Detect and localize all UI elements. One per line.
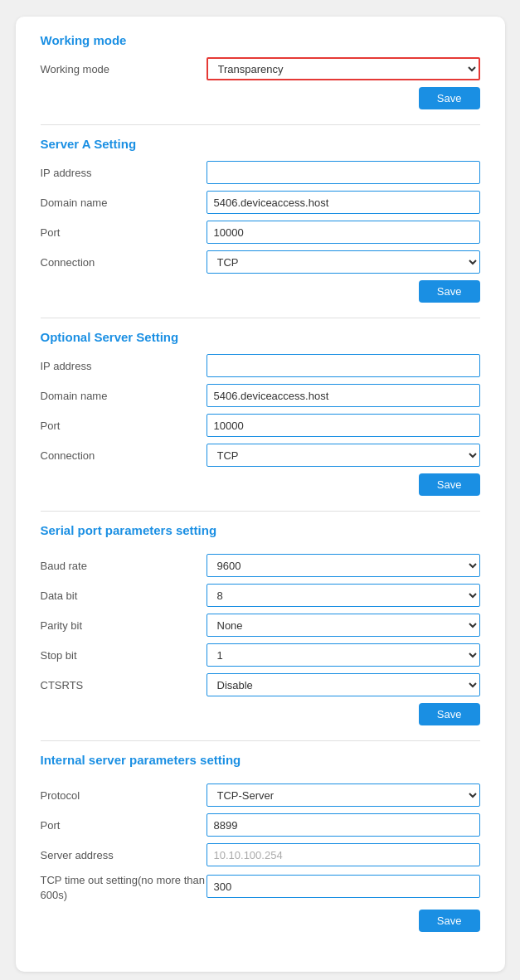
- server-a-connection-label: Connection: [41, 256, 207, 269]
- server-a-port-label: Port: [41, 226, 207, 239]
- serial-port-title: Serial port parameters setting: [41, 523, 480, 537]
- server-a-connection-row: Connection TCP UDP: [41, 250, 480, 274]
- internal-tcp-timeout-label: TCP time out setting(no more than 600s): [41, 873, 207, 903]
- serial-data-label: Data bit: [41, 589, 207, 602]
- internal-server-address-row: Server address: [41, 843, 480, 866]
- internal-port-input[interactable]: [207, 813, 480, 837]
- server-a-ip-input[interactable]: [207, 161, 480, 184]
- internal-tcp-timeout-row: TCP time out setting(no more than 600s): [41, 873, 480, 903]
- working-mode-save-row: Save: [41, 87, 480, 109]
- optional-server-port-input[interactable]: [207, 414, 480, 437]
- serial-port-section: Serial port parameters setting Baud rate…: [41, 523, 480, 725]
- working-mode-title: Working mode: [41, 33, 480, 47]
- server-a-domain-label: Domain name: [41, 196, 207, 209]
- optional-server-port-label: Port: [41, 420, 207, 432]
- serial-ctsrts-row: CTSRTS Disable Enable: [41, 673, 480, 696]
- server-a-domain-input[interactable]: [207, 191, 480, 214]
- working-mode-row: Working mode Transparency UDP TCP-Client…: [41, 57, 480, 80]
- divider-3: [41, 511, 480, 512]
- serial-data-select[interactable]: 8 7 6 5: [207, 584, 480, 607]
- working-mode-save-button[interactable]: Save: [419, 87, 480, 109]
- internal-port-row: Port: [41, 813, 480, 837]
- optional-server-title: Optional Server Setting: [41, 330, 480, 344]
- optional-server-port-row: Port: [41, 414, 480, 437]
- server-a-port-input[interactable]: [207, 221, 480, 244]
- server-a-connection-select[interactable]: TCP UDP: [207, 250, 480, 274]
- server-a-title: Server A Setting: [41, 137, 480, 151]
- serial-stop-row: Stop bit 1 2: [41, 643, 480, 667]
- server-a-port-row: Port: [41, 221, 480, 244]
- optional-server-connection-select[interactable]: TCP UDP: [207, 444, 480, 467]
- optional-server-ip-row: IP address: [41, 354, 480, 377]
- working-mode-label: Working mode: [41, 63, 207, 75]
- optional-server-ip-input[interactable]: [207, 354, 480, 377]
- serial-parity-select[interactable]: None Odd Even: [207, 614, 480, 637]
- server-a-save-row: Save: [41, 280, 480, 303]
- serial-baud-row: Baud rate 9600 19200 38400 57600 115200: [41, 554, 480, 577]
- serial-parity-row: Parity bit None Odd Even: [41, 614, 480, 637]
- internal-protocol-row: Protocol TCP-Server TCP-Client UDP: [41, 784, 480, 807]
- optional-server-connection-label: Connection: [41, 449, 207, 462]
- internal-protocol-select[interactable]: TCP-Server TCP-Client UDP: [207, 784, 480, 807]
- internal-protocol-label: Protocol: [41, 789, 207, 802]
- optional-server-save-row: Save: [41, 473, 480, 496]
- serial-baud-select[interactable]: 9600 19200 38400 57600 115200: [207, 554, 480, 577]
- serial-parity-label: Parity bit: [41, 619, 207, 632]
- server-a-ip-label: IP address: [41, 167, 207, 179]
- internal-server-save-button[interactable]: Save: [419, 910, 480, 932]
- optional-server-section: Optional Server Setting IP address Domai…: [41, 330, 480, 496]
- internal-server-save-row: Save: [41, 910, 480, 932]
- optional-server-connection-row: Connection TCP UDP: [41, 444, 480, 467]
- internal-tcp-timeout-input[interactable]: [207, 875, 480, 898]
- server-a-section: Server A Setting IP address Domain name …: [41, 137, 480, 303]
- server-a-save-button[interactable]: Save: [419, 280, 480, 303]
- internal-server-title: Internal server parameters setting: [41, 753, 480, 767]
- serial-ctsrts-select[interactable]: Disable Enable: [207, 673, 480, 696]
- optional-server-ip-label: IP address: [41, 360, 207, 372]
- divider-2: [41, 318, 480, 318]
- optional-server-domain-row: Domain name: [41, 384, 480, 407]
- main-container: Working mode Working mode Transparency U…: [16, 17, 505, 972]
- optional-server-domain-label: Domain name: [41, 390, 207, 402]
- optional-server-domain-input[interactable]: [207, 384, 480, 407]
- serial-baud-label: Baud rate: [41, 560, 207, 572]
- internal-server-address-input[interactable]: [207, 843, 480, 866]
- working-mode-select[interactable]: Transparency UDP TCP-Client TCP-Server: [207, 57, 480, 80]
- serial-ctsrts-label: CTSRTS: [41, 679, 207, 691]
- serial-stop-label: Stop bit: [41, 649, 207, 662]
- divider-1: [41, 124, 480, 125]
- serial-port-save-row: Save: [41, 703, 480, 725]
- serial-data-row: Data bit 8 7 6 5: [41, 584, 480, 607]
- internal-server-section: Internal server parameters setting Proto…: [41, 753, 480, 932]
- internal-port-label: Port: [41, 819, 207, 832]
- internal-server-address-label: Server address: [41, 849, 207, 861]
- working-mode-section: Working mode Working mode Transparency U…: [41, 33, 480, 109]
- divider-4: [41, 740, 480, 741]
- server-a-domain-row: Domain name: [41, 191, 480, 214]
- serial-port-save-button[interactable]: Save: [419, 703, 480, 725]
- server-a-ip-row: IP address: [41, 161, 480, 184]
- serial-stop-select[interactable]: 1 2: [207, 643, 480, 667]
- optional-server-save-button[interactable]: Save: [419, 473, 480, 496]
